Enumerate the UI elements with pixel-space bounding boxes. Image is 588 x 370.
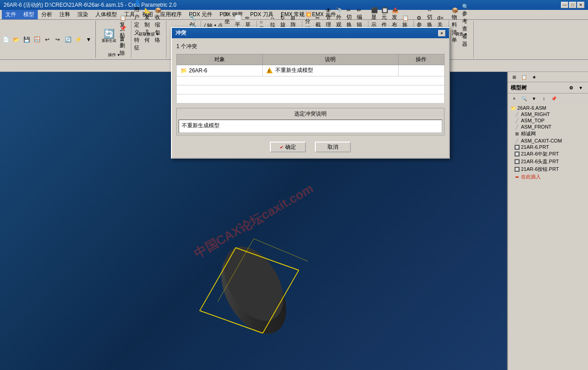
desc-section-title: 选定冲突说明: [179, 110, 442, 118]
tree-item-asm-right[interactable]: ╱ ASM_RIGHT: [509, 111, 587, 117]
conflict-count: 1 个冲突: [176, 43, 444, 50]
window-btn[interactable]: 🪟: [32, 35, 42, 45]
tree-item-asm-top[interactable]: ╱ ASM_TOP: [509, 117, 587, 124]
tree-search-row: × 🔍 ▼ ↕ 📌: [508, 94, 588, 104]
tree-item-root[interactable]: 📁 26AR-6.ASM: [509, 105, 587, 111]
table-cell-desc: 不重新生成模型: [263, 65, 399, 76]
tree-expand-btn[interactable]: ▼: [576, 84, 585, 92]
arrow-down-btn[interactable]: ▼: [84, 35, 94, 45]
dialog-body: 1 个冲突 对象 说明 操作 📁 26AR-6: [172, 38, 449, 158]
investigate-label[interactable]: 调查 ▼: [451, 31, 471, 37]
tree-item-21ar6-button-label: 21AR-6按钮.PRT: [521, 166, 559, 173]
tree-icon-grid[interactable]: ⊞: [510, 73, 519, 81]
tree-search-icon[interactable]: 🔍: [520, 94, 529, 103]
model-tree-sidebar: ⊞ 📋 ★ 模型树 ⚙ ▼ × 🔍 ▼ ↕ 📌 📁 26AR-6.ASM: [507, 72, 588, 370]
tree-item-net-label: 精诚网: [521, 130, 536, 137]
warning-icon: [266, 67, 273, 73]
get-data-arrow: ▼: [156, 32, 159, 36]
material-list-btn[interactable]: 📦 物料清单: [451, 21, 461, 31]
table-row-empty-2: [177, 85, 444, 94]
part-icon-4: 🔲: [514, 167, 520, 172]
tree-icon-star[interactable]: ★: [530, 73, 539, 81]
tree-icon-list[interactable]: 📋: [520, 73, 529, 81]
user-feature-btn[interactable]: 👤 用户定义特征: [134, 21, 144, 31]
table-row-empty-1: [177, 76, 444, 85]
dialog-title-text: 冲突: [175, 29, 186, 37]
conflict-dialog[interactable]: 冲突 × 1 个冲突 对象 说明 操作: [171, 27, 450, 159]
tree-item-asm-top-label: ASM_TOP: [521, 118, 544, 123]
operations-arrow: ▼: [117, 53, 121, 57]
tree-item-asm-right-label: ASM_RIGHT: [521, 111, 550, 117]
dialog-ok-button[interactable]: ✔ 确定: [270, 142, 306, 152]
menu-human[interactable]: 人体模型: [92, 10, 121, 19]
ref-viewer-btn[interactable]: 🔍 参考查看器: [462, 21, 471, 31]
tree-item-asm-caxit[interactable]: ╱ ASM_CAXIT-COM: [509, 138, 587, 144]
new-btn[interactable]: 📄: [1, 35, 11, 45]
tree-item-insert-here[interactable]: ➡ 在此插入: [509, 173, 587, 181]
tree-settings-btn[interactable]: ⚙: [566, 84, 575, 92]
tree-item-21ar6-frame[interactable]: 🔲 21AR-6中架.PRT: [509, 150, 587, 158]
tree-item-21ar6-button[interactable]: 🔲 21AR-6按钮.PRT: [509, 165, 587, 173]
operations-group: 🔄 重新生成 📋 复制 📌 粘贴 🗑 删除 操作 ▼: [97, 21, 131, 58]
conflict-desc-section: 选定冲突说明 不重新生成模型: [176, 108, 444, 135]
shrink-wrap-btn[interactable]: 📦 收缩包络: [154, 21, 164, 31]
table-header-object: 对象: [177, 54, 263, 65]
tree-item-insert-label: 在此插入: [521, 174, 541, 180]
save-btn[interactable]: 💾: [22, 35, 31, 45]
part-icon-1: 🔲: [514, 144, 520, 150]
tree-content: 📁 26AR-6.ASM ╱ ASM_RIGHT ╱ ASM_TOP ╱ ASM…: [508, 104, 588, 370]
maximize-button[interactable]: □: [569, 2, 576, 8]
redo-btn[interactable]: ↪: [53, 35, 63, 45]
title-bar: 26AR-6 (活动的) D:\CREO\21AR-6\26ar-6.asm.1…: [0, 0, 588, 10]
tree-close-btn[interactable]: ×: [510, 94, 519, 103]
tree-item-21ar6-label: 21AR-6.PRT: [521, 144, 549, 150]
ok-icon: ✔: [280, 145, 283, 150]
dialog-cancel-button[interactable]: 取消: [315, 142, 351, 152]
plane-icon-top: ╱: [514, 118, 520, 123]
investigate-group: 📦 物料清单 🔍 参考查看器 调查 ▼: [449, 21, 474, 58]
table-cell-action[interactable]: [398, 65, 444, 76]
open-btn[interactable]: 📂: [11, 35, 21, 45]
insert-arrow-icon: ➡: [514, 174, 520, 180]
table-header-desc: 说明: [263, 54, 399, 65]
regen2-btn[interactable]: ⚡: [73, 35, 83, 45]
dialog-close-button[interactable]: ×: [438, 30, 445, 36]
menu-analysis[interactable]: 分析: [38, 10, 56, 19]
tree-item-net[interactable]: ⊞ 精诚网: [509, 130, 587, 138]
tree-filter-btn[interactable]: ▼: [530, 94, 539, 103]
regen-icon: 🔄: [103, 29, 115, 38]
tree-item-21ar6[interactable]: 🔲 21AR-6.PRT: [509, 144, 587, 150]
undo-btn[interactable]: ↩: [42, 35, 52, 45]
delete-btn[interactable]: 🗑 删除: [119, 41, 129, 51]
get-data-top: 👤 用户定义特征 📐 复制几何 📦 收缩包络: [134, 21, 164, 31]
part-icon-2: 🔲: [514, 152, 520, 157]
regen-main-btn[interactable]: 🔄 重新生成: [99, 25, 119, 47]
tree-item-asm-front[interactable]: ╱ ASM_FRONT: [509, 124, 587, 130]
menu-render[interactable]: 渲染: [74, 10, 92, 19]
operations-label[interactable]: 操作 ▼: [99, 52, 129, 58]
investigate-top: 📦 物料清单 🔍 参考查看器: [451, 21, 471, 31]
tree-pin-btn[interactable]: 📌: [549, 94, 558, 103]
plane-icon-front: ╱: [514, 124, 520, 129]
operations-top: 🔄 重新生成 📋 复制 📌 粘贴 🗑 删除: [99, 21, 129, 51]
quickaccess-group: 📄 📂 💾 🪟 ↩ ↪ 🔄 ⚡ ▼: [1, 21, 96, 58]
table-row-1[interactable]: 📁 26AR-6 不重新生成模型: [177, 65, 444, 76]
menu-annotation[interactable]: 注释: [56, 10, 74, 19]
tree-nav-btn[interactable]: ↕: [539, 94, 548, 103]
title-controls: — □ ✕: [561, 2, 584, 8]
tree-item-asm-caxit-label: ASM_CAXIT-COM: [521, 138, 562, 143]
folder-icon-table: 📁: [180, 67, 187, 74]
menu-model[interactable]: 模型: [20, 10, 38, 19]
folder-icon: 📁: [511, 105, 516, 111]
tree-title: 模型树: [511, 84, 527, 92]
tree-item-21ar6-cover[interactable]: 🔲 21AR-6头盖.PRT: [509, 158, 587, 165]
get-data-label[interactable]: 获取数据 ▼: [134, 31, 164, 37]
copy-geo-btn[interactable]: 📐 复制几何: [144, 21, 154, 31]
menu-file[interactable]: 文件: [2, 10, 20, 19]
minimize-button[interactable]: —: [561, 2, 568, 8]
table-cell-object: 📁 26AR-6: [177, 65, 263, 76]
get-data-group: 👤 用户定义特征 📐 复制几何 📦 收缩包络 获取数据 ▼: [132, 21, 166, 58]
close-button[interactable]: ✕: [577, 2, 584, 8]
regen-btn[interactable]: 🔄: [63, 35, 73, 45]
desc-cell: 不重新生成模型: [266, 67, 313, 74]
